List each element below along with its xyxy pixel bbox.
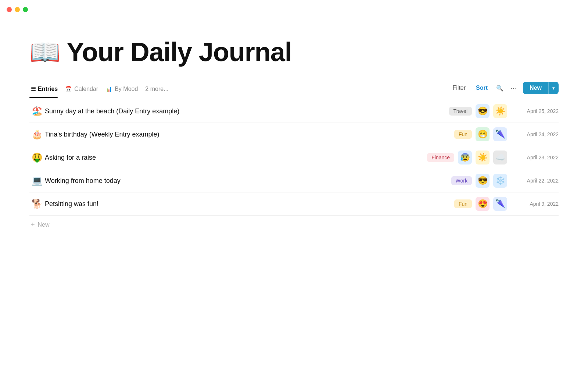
table-row[interactable]: 🎂 Tina's birthday (Weekly Entry example)… xyxy=(29,123,559,146)
mood-emoji: 😁 xyxy=(478,130,488,139)
weather-emoji: ☀️ xyxy=(478,153,488,162)
weather-badge: 🌂 xyxy=(493,127,507,141)
more-options-button[interactable]: ··· xyxy=(508,82,520,94)
tab-entries-label: Entries xyxy=(38,86,58,92)
entry-title: Asking for a raise xyxy=(45,154,427,162)
entry-tag[interactable]: Finance xyxy=(427,153,454,162)
weather-emoji: ☀️ xyxy=(495,106,505,116)
table-row[interactable]: 🐕 Petsitting was fun! Fun 😍 🌂 April 9, 2… xyxy=(29,192,559,216)
mood-emoji: 😰 xyxy=(460,153,470,162)
entry-emoji: 💻 xyxy=(29,176,45,186)
entry-date: April 25, 2022 xyxy=(511,108,559,114)
weather-emoji: ❄️ xyxy=(495,176,505,185)
tab-more[interactable]: 2 more... xyxy=(144,82,174,98)
mood-emoji: 😍 xyxy=(478,199,488,209)
entry-emoji: 🎂 xyxy=(29,129,45,139)
entry-title: Working from home today xyxy=(45,177,451,185)
plus-icon: + xyxy=(31,221,35,229)
search-icon: 🔍 xyxy=(496,85,503,92)
filter-button[interactable]: Filter xyxy=(448,82,470,93)
mood-badge: 😎 xyxy=(476,174,490,188)
entry-meta: Fun 😍 🌂 April 9, 2022 xyxy=(454,197,559,211)
tabs-bar: ☰ Entries 📅 Calendar 📊 By Mood 2 more...… xyxy=(29,82,559,98)
entry-tag[interactable]: Work xyxy=(451,176,472,185)
mood-badge: 😍 xyxy=(476,197,490,211)
page-title: Your Daily Journal xyxy=(67,37,292,67)
table-row[interactable]: 💻 Working from home today Work 😎 ❄️ Apri… xyxy=(29,169,559,192)
entry-date: April 24, 2022 xyxy=(511,131,559,137)
entry-tag[interactable]: Fun xyxy=(454,130,472,139)
by-mood-icon: 📊 xyxy=(105,86,112,92)
weather-badge: 🌂 xyxy=(493,197,507,211)
weather-badge: ❄️ xyxy=(493,174,507,188)
close-button[interactable] xyxy=(7,7,12,12)
new-button-group: New ▾ xyxy=(523,82,559,94)
page-icon: 📖 xyxy=(29,39,61,64)
table-row[interactable]: 🤑 Asking for a raise Finance 😰 ☀️ ☁️ Apr… xyxy=(29,146,559,169)
weather-emoji: 🌂 xyxy=(495,130,505,139)
tab-by-mood-label: By Mood xyxy=(115,86,138,92)
mood-badge: 😎 xyxy=(476,104,490,118)
entries-icon: ☰ xyxy=(31,86,36,92)
table-row[interactable]: 🏖️ Sunny day at the beach (Daily Entry e… xyxy=(29,100,559,123)
entry-meta: Finance 😰 ☀️ ☁️ April 23, 2022 xyxy=(427,151,559,164)
mood-emoji: 😎 xyxy=(478,176,488,185)
mood-badge: 😰 xyxy=(458,151,472,164)
extra-weather-badge: ☁️ xyxy=(493,151,507,164)
sort-button[interactable]: Sort xyxy=(472,82,492,93)
add-new-row[interactable]: + New xyxy=(29,216,559,234)
entry-meta: Fun 😁 🌂 April 24, 2022 xyxy=(454,127,559,141)
weather-badge: ☀️ xyxy=(493,104,507,118)
tab-by-mood[interactable]: 📊 By Mood xyxy=(104,82,144,98)
tab-calendar[interactable]: 📅 Calendar xyxy=(64,82,104,98)
entry-date: April 22, 2022 xyxy=(511,178,559,184)
entry-emoji: 🤑 xyxy=(29,152,45,163)
entry-meta: Work 😎 ❄️ April 22, 2022 xyxy=(451,174,559,188)
entry-date: April 9, 2022 xyxy=(511,201,559,207)
entry-date: April 23, 2022 xyxy=(511,155,559,160)
search-button[interactable]: 🔍 xyxy=(494,82,506,94)
ellipsis-icon: ··· xyxy=(510,84,517,92)
entry-meta: Travel 😎 ☀️ April 25, 2022 xyxy=(449,104,559,118)
main-content: 📖 Your Daily Journal ☰ Entries 📅 Calenda… xyxy=(0,19,588,248)
calendar-icon: 📅 xyxy=(65,86,72,92)
entry-title: Petsitting was fun! xyxy=(45,200,454,208)
entry-tag[interactable]: Fun xyxy=(454,199,472,208)
extra-weather-emoji: ☁️ xyxy=(495,153,505,162)
new-dropdown-button[interactable]: ▾ xyxy=(548,82,559,94)
entry-title: Tina's birthday (Weekly Entry example) xyxy=(45,131,454,138)
tab-entries[interactable]: ☰ Entries xyxy=(29,82,64,98)
weather-badge: ☀️ xyxy=(476,151,490,164)
tab-calendar-label: Calendar xyxy=(74,86,98,92)
entry-emoji: 🏖️ xyxy=(29,106,45,116)
entries-table: 🏖️ Sunny day at the beach (Daily Entry e… xyxy=(29,100,559,234)
mood-emoji: 😎 xyxy=(478,106,488,116)
page-header: 📖 Your Daily Journal xyxy=(29,37,559,67)
weather-emoji: 🌂 xyxy=(495,199,505,209)
new-button[interactable]: New xyxy=(523,82,548,94)
fullscreen-button[interactable] xyxy=(23,7,28,12)
entry-tag[interactable]: Travel xyxy=(449,107,472,116)
entry-title: Sunny day at the beach (Daily Entry exam… xyxy=(45,107,449,115)
tab-more-label: 2 more... xyxy=(145,86,168,92)
add-new-label: New xyxy=(38,222,50,228)
entry-emoji: 🐕 xyxy=(29,199,45,209)
toolbar-right: Filter Sort 🔍 ··· New ▾ xyxy=(448,82,559,98)
mood-badge: 😁 xyxy=(476,127,490,141)
minimize-button[interactable] xyxy=(15,7,20,12)
titlebar xyxy=(0,0,588,19)
